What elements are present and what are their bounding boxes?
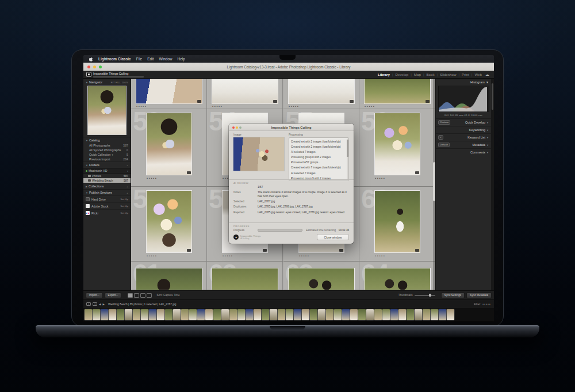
second-window-icon[interactable]: 2 <box>93 302 97 306</box>
filmstrip-thumbnail[interactable] <box>181 309 189 320</box>
filmstrip-thumbnail[interactable] <box>447 309 454 320</box>
metadata-section[interactable]: Default Metadata▼ <box>436 141 491 148</box>
filmstrip-thumbnail[interactable] <box>398 309 406 320</box>
menu-app-name[interactable]: Lightroom Classic <box>98 57 131 61</box>
filmstrip-thumbnail[interactable] <box>173 309 181 320</box>
tab-develop[interactable]: Develop <box>396 72 409 76</box>
main-window-icon[interactable]: 1 <box>86 302 91 306</box>
filmstrip-thumbnail[interactable] <box>101 309 108 320</box>
star-rating[interactable]: ••••• <box>289 105 300 108</box>
filmstrip-thumbnail[interactable] <box>213 309 221 320</box>
navigator-zoom-options[interactable]: FIT FILL 100% <box>111 81 128 84</box>
tab-print[interactable]: Print <box>462 72 469 76</box>
filmstrip-thumbnail[interactable] <box>270 309 277 320</box>
add-publish-service-button[interactable]: + <box>126 191 128 194</box>
tab-book[interactable]: Book <box>426 72 434 76</box>
photo-thumbnail[interactable] <box>212 79 278 103</box>
navigator-header[interactable]: ▼ Navigator FIT FILL 100% <box>83 79 131 85</box>
photo-thumbnail[interactable] <box>136 268 202 290</box>
filmstrip-thumbnail[interactable] <box>366 309 374 320</box>
comments-section[interactable]: Comments▼ <box>436 148 491 156</box>
grid-cell[interactable]: ••••• <box>359 79 435 109</box>
histogram-header[interactable]: Histogram ▼ <box>436 79 491 85</box>
publish-services-header[interactable]: ▼ Publish Services + <box>83 189 131 195</box>
grid-cell-61[interactable]: 61 <box>131 262 207 290</box>
panel-scrollbar-thumb[interactable] <box>492 83 493 110</box>
apple-menu-icon[interactable] <box>89 57 93 62</box>
sync-settings-button[interactable]: Sync Settings <box>441 293 465 298</box>
filmstrip-thumbnail[interactable] <box>342 309 350 320</box>
photo-thumbnail[interactable] <box>289 268 354 290</box>
filmstrip-thumbnail[interactable] <box>423 309 430 320</box>
filmstrip-thumbnail[interactable] <box>246 309 253 320</box>
tab-web[interactable]: Web <box>474 72 482 76</box>
catalog-item-previous-import[interactable]: Previous Import 234 <box>83 157 131 162</box>
filmstrip-thumbnail[interactable] <box>229 309 237 320</box>
filmstrip-thumbnail[interactable] <box>382 309 390 320</box>
filmstrip-thumbnail[interactable] <box>318 309 325 320</box>
photo-thumbnail[interactable] <box>375 191 420 252</box>
filmstrip-thumbnail[interactable] <box>197 309 205 320</box>
catalog-item-quick-collection[interactable]: Quick Collection + 5 <box>83 152 131 157</box>
panel-scrollbar[interactable] <box>491 79 494 290</box>
filmstrip-thumbnail[interactable] <box>109 309 116 320</box>
collections-header[interactable]: ▶ Collections + <box>83 183 131 189</box>
filmstrip-thumbnail[interactable] <box>85 309 92 320</box>
grid-scrollbar-thumb[interactable] <box>433 162 435 201</box>
filmstrip-thumbnail[interactable] <box>407 309 414 320</box>
cloud-sync-icon[interactable]: ☁ <box>485 72 489 77</box>
star-rating[interactable]: ••••• <box>299 254 310 258</box>
grid-cell-62[interactable]: 62 <box>207 262 283 290</box>
filmstrip-thumbnail[interactable] <box>254 309 261 320</box>
catalog-item-all-photographs[interactable]: All Photographs 587 <box>83 143 131 148</box>
grid-cell-63[interactable]: 63 <box>283 262 359 290</box>
filmstrip-thumbnail[interactable] <box>117 309 124 320</box>
filmstrip-thumbnail[interactable] <box>286 309 293 320</box>
grid-cell-56[interactable]: 56 ••••• <box>359 109 435 187</box>
filmstrip-thumbnail[interactable] <box>431 309 438 320</box>
filmstrip-thumbnail[interactable] <box>149 309 156 320</box>
add-collection-button[interactable]: + <box>126 185 128 188</box>
import-button[interactable]: Import... <box>86 293 103 298</box>
navigator-preview[interactable] <box>88 86 126 134</box>
catalog-item-synced[interactable]: All Synced Photographs 0 <box>83 148 131 152</box>
filmstrip-thumbnail[interactable] <box>262 309 269 320</box>
filmstrip-back-icon[interactable]: ◀ <box>99 303 101 306</box>
filmstrip-thumbnail[interactable] <box>390 309 398 320</box>
filmstrip-thumbnail[interactable] <box>294 309 301 320</box>
sync-metadata-button[interactable]: Sync Metadata <box>466 293 492 298</box>
star-rating[interactable]: ••••• <box>147 176 158 180</box>
survey-view-icon[interactable] <box>147 293 152 298</box>
metadata-preset-dropdown[interactable]: Default <box>438 143 450 147</box>
filmstrip-thumbnail[interactable] <box>439 309 446 320</box>
publish-service-adobe-stock[interactable]: Adobe Stock Set Up <box>83 202 131 209</box>
loupe-view-icon[interactable] <box>134 293 139 298</box>
grid-cell[interactable]: ••••• <box>207 79 283 109</box>
filmstrip-thumbnail[interactable] <box>189 309 197 320</box>
photo-thumbnail[interactable] <box>147 113 191 175</box>
folder-item-wedding-beach[interactable]: Wedding Beach 587 <box>83 178 131 183</box>
filmstrip-thumbnail[interactable] <box>141 309 148 320</box>
star-rating[interactable]: ••••• <box>147 254 158 258</box>
activity-monitor[interactable]: Impossible Things Culling <box>86 72 144 78</box>
publish-service-hard-drive[interactable]: Hard Drive Set Up <box>83 195 131 202</box>
star-rating[interactable]: ••••• <box>375 176 386 180</box>
menu-edit[interactable]: Edit <box>147 57 154 61</box>
volume-bar[interactable]: Macintosh HD ▾ <box>83 168 131 174</box>
keyword-list-section[interactable]: + Keyword List▼ <box>436 133 491 141</box>
close-window-button[interactable]: Close window <box>317 234 349 240</box>
photo-thumbnail[interactable] <box>289 79 354 103</box>
grid-cell-53[interactable]: 53 ••••• <box>131 109 207 187</box>
grid-cell-57[interactable]: 57 ••••• <box>131 187 207 262</box>
preset-dropdown[interactable]: Custom <box>438 120 450 125</box>
tab-slideshow[interactable]: Slideshow <box>440 72 456 76</box>
filmstrip-thumbnail[interactable] <box>205 309 213 320</box>
filmstrip-thumbnail[interactable] <box>221 309 229 320</box>
grid-scrollbar[interactable] <box>433 79 435 290</box>
quick-develop-section[interactable]: Custom Quick Develop▼ <box>436 118 491 126</box>
histogram[interactable] <box>438 86 489 112</box>
photo-thumbnail[interactable] <box>136 79 202 103</box>
thumbnail-size-slider[interactable] <box>415 295 435 296</box>
tab-library[interactable]: Library <box>378 72 390 76</box>
filmstrip-thumbnail[interactable] <box>358 309 366 320</box>
